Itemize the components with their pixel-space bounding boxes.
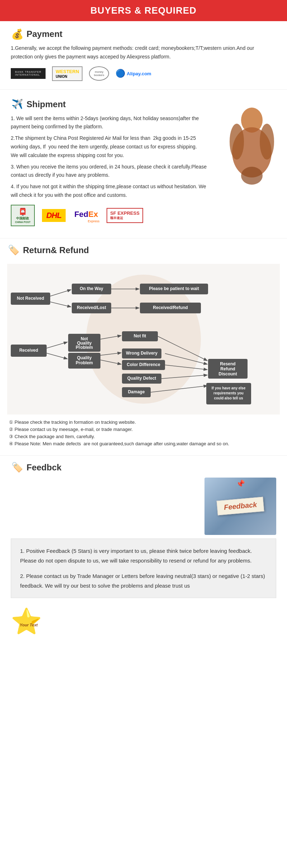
- western-union-logo: WESTERN UNION: [52, 66, 83, 81]
- alipay-icon: 🔵: [116, 69, 125, 78]
- else-req-line1: If you have any else: [212, 386, 246, 390]
- moneybookers-logo: moneybookers: [89, 66, 109, 81]
- payment-section: 💰 Payment 1.Generally, we accept the fol…: [0, 21, 287, 87]
- not-fit-label: Not fit: [134, 333, 146, 338]
- damage-label: Damage: [128, 389, 145, 394]
- feedback-image-area: 📌 Feedback: [204, 478, 276, 535]
- wrong-delivery-label: Wrong Delivery: [126, 351, 157, 356]
- payment-description: 1.Generally, we accept the following pay…: [11, 44, 276, 61]
- bank-sublabel: INTERNATIONAL: [15, 73, 41, 76]
- bank-label: BANK TRANSFER: [15, 71, 41, 73]
- feedback-text-area: 1. Positive Feedback (5 Stars) is very i…: [11, 539, 276, 598]
- shipment-icon: ✈️: [11, 98, 24, 111]
- chinapost-logo: 📮 中国邮政 CHINA POST: [11, 205, 35, 226]
- svg-point-3: [260, 124, 274, 160]
- note-2: ② Please contact us by meesage, e-mail, …: [7, 427, 280, 432]
- arrow-r-qp: [47, 353, 67, 359]
- resend-line1: Resend: [220, 361, 235, 366]
- shipment-content: 1. We will sent the items within 2-5days…: [11, 114, 226, 200]
- arrow-nr-rl: [50, 302, 71, 307]
- feedback-section: 🏷️ Feedbck 📌 Feedback 1. Positive Feedba…: [0, 457, 287, 605]
- star-icon: ⭐: [11, 609, 47, 634]
- arrow-r-nq: [47, 342, 67, 348]
- else-req-line2: requirements you: [213, 391, 244, 395]
- quality-problem-line2: Problem: [76, 360, 93, 365]
- shipment-point-3: 3. When you receive the items you ordere…: [11, 163, 212, 180]
- header-title: BUYERS & REQUIRED: [90, 5, 197, 16]
- feedback-point-1: 1. Positive Feedback (5 Stars) is very i…: [20, 546, 267, 565]
- alipay-label: Alipay.com: [127, 71, 151, 76]
- svg-point-4: [241, 167, 263, 185]
- quality-defect-label: Quality Defect: [127, 376, 156, 381]
- bottom-badge-area: ⭐ Your Text: [0, 605, 287, 648]
- payment-logos: BANK TRANSFER INTERNATIONAL WESTERN UNIO…: [11, 66, 276, 81]
- feedback-icon: 🏷️: [11, 461, 24, 474]
- sf-logo: SF EXPRESS 顺丰速运: [107, 208, 143, 223]
- fedex-express-label: Express: [88, 219, 100, 223]
- arrow-nr-otw: [50, 290, 71, 296]
- refund-notes: ① Please check the tracking in formation…: [7, 419, 280, 446]
- bank-transfer-logo: BANK TRANSFER INTERNATIONAL: [11, 68, 46, 79]
- shipment-point-2: 2.The shipment by China Post Registered …: [11, 134, 212, 160]
- person-illustration: [222, 106, 282, 185]
- shipping-logos: 📮 中国邮政 CHINA POST DHL FedEx Express SF E…: [11, 205, 276, 226]
- received-refund-label: Received/Refund: [153, 305, 188, 310]
- page-header: BUYERS & REQUIRED: [0, 0, 287, 21]
- color-diff-label: Color Difference: [127, 362, 160, 367]
- payment-icon: 💰: [11, 28, 24, 41]
- badge-text: Your Text: [20, 623, 38, 627]
- not-received-label: Not Received: [17, 296, 44, 301]
- shipment-section: ✈️ Shipment 1. We will sent the items wi…: [0, 91, 287, 236]
- shipment-point-4: 4. If you have not got it within the shi…: [11, 182, 212, 200]
- svg-point-2: [230, 124, 244, 160]
- badge-star: ⭐ Your Text: [11, 609, 47, 641]
- else-req-line3: could also tell us: [214, 396, 243, 400]
- refund-section: 🏷️ Return& Refund Not Received On the Wa…: [0, 240, 287, 454]
- feedback-title: 🏷️ Feedbck: [11, 461, 276, 474]
- resend-line2: Refund: [220, 366, 235, 371]
- flowchart-svg: Not Received On the Way Please be patien…: [7, 264, 280, 414]
- received-label: Received: [19, 348, 38, 353]
- note-3: ③ Check the package and Item, carefully.: [7, 434, 280, 439]
- note-4: ④ Please Note: Men made defects are not …: [7, 441, 280, 446]
- dhl-logo: DHL: [42, 209, 66, 222]
- payment-title: 💰 Payment: [11, 28, 276, 41]
- shipment-point-1: 1. We will sent the items within 2-5days…: [11, 114, 212, 132]
- received-lost-label: Received/Lost: [77, 305, 106, 310]
- not-quality-line3: Problem: [76, 345, 93, 350]
- alipay-logo: 🔵 Alipay.com: [116, 69, 151, 78]
- feedback-point-2: 2. Please contact us by Trade Manager or…: [20, 571, 267, 590]
- pin-icon: 📌: [236, 479, 245, 488]
- note-1: ① Please check the tracking in formation…: [7, 419, 280, 425]
- quality-problem-line1: Quality: [77, 355, 92, 360]
- please-wait-label: Please be patient to wait: [149, 286, 199, 291]
- feedback-sign: Feedback: [216, 497, 264, 516]
- resend-line3: Discount: [218, 371, 237, 376]
- refund-title: 🏷️ Return& Refund: [7, 244, 280, 257]
- on-the-way-label: On the Way: [80, 286, 103, 291]
- flowchart: Not Received On the Way Please be patien…: [7, 264, 280, 416]
- refund-icon: 🏷️: [7, 244, 20, 257]
- fedex-logo: FedEx Express: [73, 208, 99, 223]
